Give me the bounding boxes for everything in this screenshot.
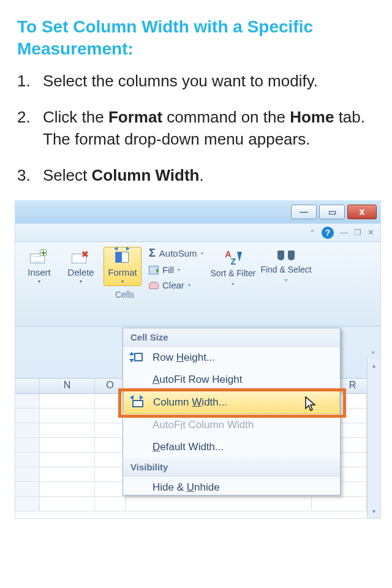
excel-screenshot: — ▭ x ⌃ ? — ❐ ✕ Insert ▾ ✖ Delete ▾ — [15, 200, 381, 519]
dropdown-arrow-icon: ▾ — [188, 282, 190, 288]
dropdown-arrow-icon: ▾ — [232, 281, 234, 287]
menu-autofit-column-width[interactable]: AutoFit Column Width — [123, 414, 340, 436]
autosum-button[interactable]: Σ AutoSum ▾ — [149, 247, 203, 260]
menu-default-width[interactable]: Default Width... — [123, 436, 340, 458]
editing-group: Σ AutoSum ▾ Fill ▾ Clear ▾ — [149, 247, 203, 326]
blank-icon — [129, 419, 145, 431]
text-bold: Column Width — [92, 166, 200, 184]
dropdown-arrow-icon: ▾ — [121, 279, 124, 284]
cells-group: Insert ▾ ✖ Delete ▾ Format ▾ Cells — [20, 247, 145, 326]
blank-icon — [129, 374, 145, 386]
workbook-close-icon[interactable]: ✕ — [368, 228, 374, 237]
window-maximize-button[interactable]: ▭ — [319, 205, 345, 219]
delete-label: Delete — [67, 267, 94, 277]
clear-label: Clear — [162, 280, 184, 290]
text-seg: Click the — [43, 108, 108, 126]
step-num: 3. — [17, 164, 43, 187]
step-text: Click the Format command on the Home tab… — [43, 106, 375, 151]
text-bold: Home — [290, 108, 334, 126]
menu-label: Hide & Unhide — [153, 481, 220, 494]
menu-label: Column Width... — [153, 396, 227, 409]
sigma-icon: Σ — [149, 247, 156, 260]
scroll-track[interactable] — [368, 372, 380, 504]
insert-button[interactable]: Insert ▾ — [20, 247, 58, 286]
workbook-restore-icon[interactable]: ❐ — [354, 228, 361, 237]
dropdown-section-cell-size: Cell Size — [123, 328, 340, 347]
row-header-corner[interactable] — [15, 379, 40, 393]
workbook-minimize-icon[interactable]: — — [340, 228, 348, 237]
text-seg: command on the — [162, 108, 290, 126]
blank-icon — [129, 481, 145, 494]
format-icon — [113, 250, 132, 265]
step-num: 1. — [17, 70, 43, 92]
step-2: 2. Click the Format command on the Home … — [17, 106, 375, 151]
dropdown-arrow-icon: ▾ — [178, 267, 180, 273]
binoculars-icon — [277, 249, 295, 263]
dropdown-arrow-icon: ▾ — [80, 279, 82, 284]
step-3: 3. Select Column Width. — [17, 164, 375, 187]
sort-icon: AZ — [224, 249, 241, 266]
window-close-button[interactable]: x — [347, 205, 377, 219]
chevron-down-icon[interactable]: ▾ — [372, 350, 374, 355]
window-titlebar: — ▭ x — [15, 200, 380, 224]
menu-column-width[interactable]: Column Width... — [123, 391, 340, 414]
sort-filter-label: Sort & Filter — [211, 269, 256, 278]
menu-autofit-row-height[interactable]: AutoFit Row Height — [123, 369, 340, 391]
menu-label: Row Height... — [153, 352, 215, 364]
column-width-icon — [130, 396, 146, 409]
blank-icon — [129, 441, 145, 453]
cursor-icon — [305, 396, 317, 412]
delete-button[interactable]: ✖ Delete ▾ — [62, 247, 100, 286]
scroll-up-icon[interactable]: ▴ — [368, 358, 380, 372]
fill-button[interactable]: Fill ▾ — [149, 265, 203, 275]
step-text: Select the columns you want to modify. — [43, 70, 375, 92]
row-height-icon — [129, 352, 145, 364]
menu-label: Default Width... — [153, 441, 224, 453]
dropdown-arrow-icon: ▾ — [38, 279, 40, 284]
text-seg: Select — [43, 166, 92, 184]
find-select-label: Find & Select — [260, 265, 311, 274]
text-seg: . — [199, 166, 203, 184]
doc-heading: To Set Column Width with a Specific Meas… — [17, 16, 375, 60]
step-1: 1. Select the columns you want to modify… — [17, 70, 375, 92]
clear-button[interactable]: Clear ▾ — [149, 280, 203, 290]
fill-icon — [149, 266, 159, 274]
ribbon: Insert ▾ ✖ Delete ▾ Format ▾ Cells Σ — [15, 242, 380, 326]
eraser-icon — [149, 282, 159, 289]
column-header-n[interactable]: N — [40, 379, 95, 393]
dropdown-section-visibility: Visibility — [123, 458, 340, 477]
cells-group-label: Cells — [20, 290, 141, 300]
hscroll-indicator: ▾ — [340, 346, 375, 358]
format-dropdown: Cell Size Row Height... AutoFit Row Heig… — [123, 328, 341, 496]
insert-icon — [30, 250, 48, 265]
column-header-o[interactable]: O — [95, 379, 126, 393]
fill-label: Fill — [162, 265, 174, 275]
step-text: Select Column Width. — [43, 164, 375, 187]
format-label: Format — [108, 267, 137, 277]
insert-label: Insert — [28, 267, 51, 277]
menu-hide-unhide[interactable]: Hide & Unhide — [123, 477, 340, 495]
vertical-scrollbar[interactable]: ▴ ▾ — [367, 358, 380, 518]
text-bold: Format — [108, 108, 162, 126]
menu-label: AutoFit Column Width — [153, 419, 254, 431]
step-num: 2. — [17, 106, 43, 151]
window-minimize-button[interactable]: — — [291, 205, 317, 219]
menu-row-height[interactable]: Row Height... — [123, 347, 340, 369]
menu-label: AutoFit Row Height — [153, 374, 242, 386]
autosum-label: AutoSum — [159, 248, 197, 258]
ribbon-helprow: ⌃ ? — ❐ ✕ — [15, 224, 380, 242]
format-button[interactable]: Format ▾ — [104, 247, 141, 286]
dropdown-arrow-icon: ▾ — [201, 251, 203, 256]
help-icon[interactable]: ? — [322, 227, 334, 239]
find-select-button[interactable]: Find & Select ▾ — [260, 249, 311, 282]
ribbon-collapse-icon[interactable]: ⌃ — [309, 228, 315, 237]
scroll-down-icon[interactable]: ▾ — [368, 504, 380, 518]
sort-filter-button[interactable]: AZ Sort & Filter ▾ — [211, 249, 256, 286]
dropdown-arrow-icon: ▾ — [285, 277, 287, 283]
delete-icon: ✖ — [72, 250, 90, 265]
